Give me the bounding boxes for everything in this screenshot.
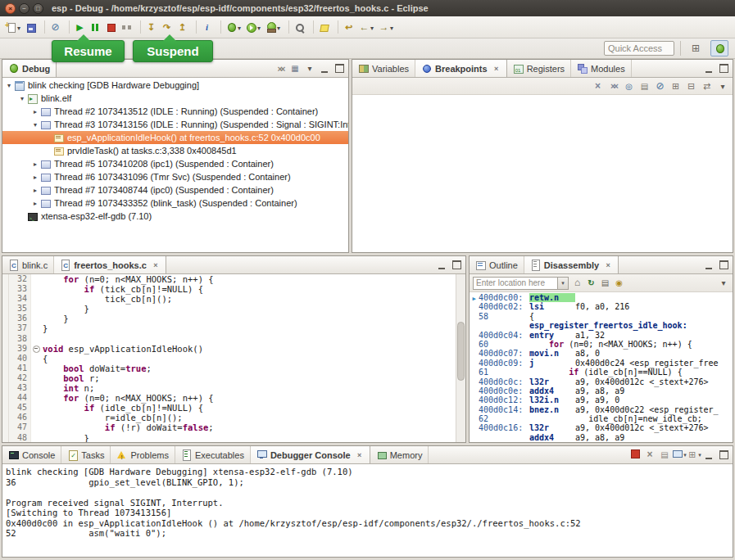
fold-marker-icon[interactable] bbox=[30, 373, 40, 383]
remove-breakpoint-icon[interactable] bbox=[592, 81, 603, 92]
code-line[interactable]: 37 } bbox=[2, 323, 456, 333]
dropdown-arrow-icon[interactable] bbox=[390, 22, 393, 32]
disassembly-line[interactable]: 400d0c07: movi.n a8, 0 bbox=[470, 349, 733, 358]
minimize-button[interactable] bbox=[319, 63, 330, 75]
tab-blink-c[interactable]: blink.c bbox=[2, 256, 54, 273]
tab-problems[interactable]: Problems bbox=[111, 446, 175, 463]
debug-tree-item[interactable]: blink checking [GDB Hardware Debugging] bbox=[2, 79, 348, 92]
maximize-button[interactable] bbox=[451, 260, 462, 271]
debug-button[interactable] bbox=[216, 18, 243, 36]
disassembly-line[interactable]: addx4 a9, a8, a9 bbox=[470, 433, 733, 442]
tab-tasks[interactable]: Tasks bbox=[61, 446, 111, 463]
view-menu-button[interactable] bbox=[718, 278, 729, 289]
home-icon[interactable] bbox=[572, 278, 583, 288]
code-line[interactable]: 35 } bbox=[2, 304, 456, 314]
window-minimize-button[interactable] bbox=[19, 3, 29, 14]
fold-marker-icon[interactable] bbox=[30, 284, 40, 294]
expander-icon[interactable] bbox=[4, 82, 14, 89]
debug-tree-item[interactable]: Thread #9 1073433352 (blink_task) (Suspe… bbox=[2, 196, 348, 210]
debug-perspective-button[interactable] bbox=[710, 40, 728, 56]
refresh-icon[interactable] bbox=[586, 278, 597, 288]
annotation-ruler[interactable] bbox=[2, 284, 9, 294]
annotation-ruler[interactable] bbox=[2, 323, 9, 333]
code-line[interactable]: 42 bool r; bbox=[2, 373, 456, 383]
code-line[interactable]: 47 if (!r) doWait=false; bbox=[2, 422, 456, 432]
annotation-ruler[interactable] bbox=[2, 304, 9, 314]
back-button[interactable] bbox=[357, 18, 375, 36]
disassembly-line[interactable]: 400d0c14: bnez.n a9, 0x400d0c22 <esp_reg… bbox=[470, 405, 733, 414]
debug-tree-item[interactable]: Thread #2 1073413512 (IDLE : Running) (S… bbox=[2, 105, 348, 118]
link-with-debug-view-icon[interactable] bbox=[701, 81, 712, 92]
skip-all-breakpoints-button[interactable] bbox=[39, 18, 62, 36]
code-line[interactable]: 45 if (idle_cb[n]!=NULL) { bbox=[2, 403, 456, 413]
fold-marker-icon[interactable] bbox=[30, 294, 40, 304]
view-management-button[interactable] bbox=[289, 63, 301, 75]
tab-debugger-console[interactable]: Debugger Console bbox=[251, 446, 370, 463]
tab-breakpoints[interactable]: Breakpoints bbox=[415, 60, 507, 77]
annotation-ruler[interactable] bbox=[2, 364, 9, 373]
disassembly-line[interactable]: 61 if (idle_cb[n]==NULL) { bbox=[470, 368, 733, 377]
disassembly-line[interactable]: 400d0c00: retw.n bbox=[470, 293, 733, 302]
debug-tree-item[interactable]: Thread #3 1073413156 (IDLE : Running) (S… bbox=[2, 118, 348, 131]
collapse-all-icon[interactable] bbox=[686, 81, 696, 92]
code-line[interactable]: 40 { bbox=[2, 354, 456, 364]
clear-console-button[interactable] bbox=[659, 449, 670, 461]
external-tools-button[interactable] bbox=[264, 18, 282, 36]
forward-button[interactable] bbox=[377, 18, 395, 36]
tab-variables[interactable]: Variables bbox=[352, 60, 415, 77]
dropdown-arrow-icon[interactable] bbox=[277, 22, 280, 32]
dropdown-arrow-icon[interactable] bbox=[238, 22, 241, 32]
view-menu-button[interactable] bbox=[304, 63, 315, 75]
fold-marker-icon[interactable] bbox=[30, 354, 40, 364]
fold-marker-icon[interactable] bbox=[30, 393, 40, 403]
tab-debug[interactable]: Debug bbox=[2, 60, 57, 77]
remove-all-breakpoints-icon[interactable] bbox=[608, 81, 619, 92]
location-dropdown-icon[interactable] bbox=[558, 277, 569, 290]
run-button[interactable] bbox=[244, 18, 262, 36]
annotation-ruler[interactable] bbox=[2, 413, 9, 422]
step-return-button[interactable] bbox=[175, 18, 189, 36]
debug-tree-item[interactable]: esp_vApplicationIdleHook() at freertos_h… bbox=[2, 131, 348, 144]
view-menu-button[interactable] bbox=[717, 80, 728, 92]
instruction-stepping-button[interactable] bbox=[191, 18, 214, 36]
new-button[interactable] bbox=[4, 18, 22, 36]
code-line[interactable]: 48 } bbox=[2, 433, 456, 443]
close-tab-icon[interactable] bbox=[356, 451, 364, 459]
disassembly-line[interactable]: esp_register_freertos_idle_hook: bbox=[470, 321, 733, 330]
annotation-ruler[interactable] bbox=[2, 433, 9, 443]
close-tab-icon[interactable] bbox=[492, 65, 501, 73]
save-button[interactable] bbox=[24, 18, 38, 36]
open-perspective-button[interactable] bbox=[687, 40, 705, 56]
skip-all-breakpoints-icon[interactable] bbox=[655, 81, 665, 92]
annotation-ruler[interactable] bbox=[2, 383, 9, 393]
maximize-button[interactable] bbox=[718, 260, 729, 271]
last-edit-location-button[interactable] bbox=[333, 18, 356, 36]
quick-access-input[interactable] bbox=[604, 41, 674, 56]
code-line[interactable]: 33 if (tick_cb[n]!=NULL) { bbox=[2, 284, 456, 294]
annotation-ruler[interactable] bbox=[2, 422, 9, 432]
open-search-button[interactable] bbox=[284, 18, 306, 36]
display-selected-console-button[interactable] bbox=[674, 449, 685, 461]
disassembly-line[interactable]: 400d0c02: lsi f0, a0, 216 bbox=[470, 302, 733, 311]
expander-icon[interactable] bbox=[30, 160, 40, 168]
debug-tree-item[interactable]: prvIdleTask() at tasks.c:3,338 0x400845d… bbox=[2, 144, 348, 157]
disassembly-line[interactable]: 400d0c16: l32r a9, 0x400d012c <_stext+27… bbox=[470, 423, 733, 432]
suspend-button[interactable] bbox=[88, 18, 102, 36]
remove-launch-button[interactable] bbox=[644, 449, 656, 461]
disassembly-line[interactable]: 62 idle_cb[n]=new_idle_cb; bbox=[470, 414, 733, 423]
disassembly-line[interactable]: 58 { bbox=[470, 312, 733, 321]
annotation-ruler[interactable] bbox=[2, 314, 9, 323]
expander-icon[interactable] bbox=[30, 187, 40, 194]
track-expression-icon[interactable] bbox=[614, 278, 624, 288]
annotation-ruler[interactable] bbox=[2, 354, 9, 364]
debug-tree-item[interactable]: Thread #6 1073431096 (Tmr Svc) (Suspende… bbox=[2, 170, 348, 183]
debug-tree-item[interactable]: Thread #5 1073410208 (ipc1) (Suspended :… bbox=[2, 157, 348, 170]
annotation-ruler[interactable] bbox=[2, 373, 9, 383]
fold-marker-icon[interactable] bbox=[30, 364, 40, 373]
tab-modules[interactable]: Modules bbox=[571, 60, 632, 77]
show-breakpoints-supported-icon[interactable] bbox=[624, 81, 634, 92]
fold-marker-icon[interactable] bbox=[30, 344, 40, 354]
console-output[interactable]: blink checking [GDB Hardware Debugging] … bbox=[2, 464, 733, 557]
annotation-ruler[interactable] bbox=[2, 294, 9, 304]
code-line[interactable]: 44 for (n=0; n<MAX_HOOKS; n++) { bbox=[2, 393, 456, 403]
